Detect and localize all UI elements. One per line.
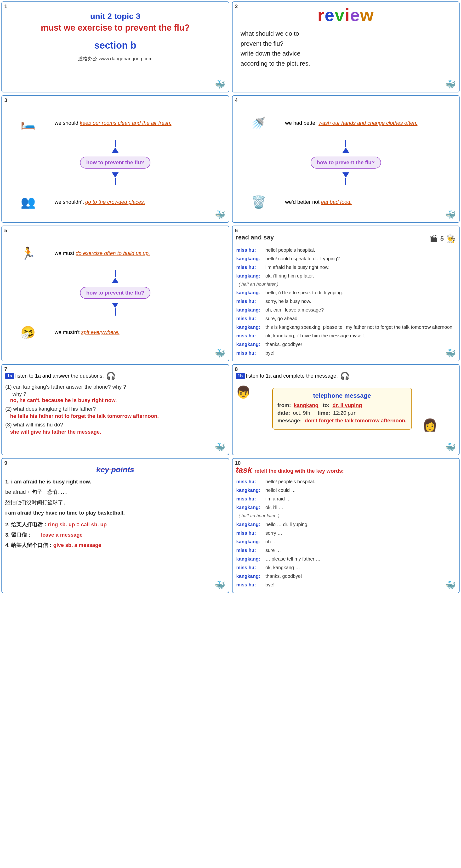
label-1b: 1b <box>236 373 245 379</box>
msg-date: date: oct. 9th time: 12:20 p.m <box>278 410 407 416</box>
cell3-center: how to prevent the flu? <box>80 157 150 168</box>
speaker-label: kangkang: <box>236 572 265 580</box>
speaker-label: kangkang: <box>236 323 265 331</box>
speaker-label: kangkang: <box>236 272 265 280</box>
whale-icon-5: 🐳 <box>215 348 225 359</box>
speaker-label: miss hu: <box>236 332 265 340</box>
dialog-line: oh … <box>266 537 456 546</box>
cell-8: 8 1b listen to 1a and complete the messa… <box>232 364 460 455</box>
kp1-detail1: be afraid + 句子 恐怕…… <box>5 488 225 496</box>
cell1-website: 道格办公-www.daogebangong.com <box>5 56 225 62</box>
dialog-line: sure, go ahead. <box>266 314 456 322</box>
q3-text: (3) what will miss hu do? <box>5 422 225 428</box>
whale-icon-8: 🐳 <box>445 442 456 452</box>
dialog-line: oh, can i leave a message? <box>266 306 456 314</box>
arrow-down-4 <box>342 172 349 185</box>
cell4-center: how to prevent the flu? <box>311 157 381 168</box>
speaker-label: kangkang: <box>236 288 265 297</box>
cell10-dialog: miss hu:hello! people's hospital.kangkan… <box>236 477 456 589</box>
whale-icon: 🐳 <box>215 80 225 90</box>
cell-1: 1 unit 2 topic 3 must we exercise to pre… <box>1 1 229 92</box>
kp2: 2. 给某人打电话：ring sb. up = call sb. up <box>5 520 225 529</box>
cell3-illus-top: 🛏️ <box>5 106 51 140</box>
speaker-label: miss hu: <box>236 297 265 305</box>
q2-text: (2) what does kangkang tell his father? <box>5 406 225 412</box>
cell-number-8: 8 <box>235 366 238 372</box>
cell-number-5: 5 <box>4 227 7 234</box>
whale-icon-10: 🐳 <box>445 580 456 590</box>
cell-10: 10 task retell the dialog with the key w… <box>232 458 460 593</box>
task-word: task <box>236 465 252 474</box>
dialog-line: sorry … <box>266 529 456 537</box>
dialog-line: i'm afraid … <box>266 495 456 503</box>
whale-icon-3: 🐳 <box>215 210 225 220</box>
speaker-label: kangkang: <box>236 520 265 528</box>
msg-title: telephone message <box>278 392 407 399</box>
cell6-dialog: miss hu:hello! people's hospital.kangkan… <box>236 245 456 358</box>
dialog-line: bye! <box>266 581 456 589</box>
dialog-line: thanks. goodbye! <box>266 340 456 348</box>
cell-4: 4 🚿 we had better wash our hands and cha… <box>232 95 460 223</box>
dialog-line: this is kangkang speaking. please tell m… <box>266 323 456 331</box>
dialog-line: thanks. goodbye! <box>266 572 456 580</box>
speaker-label: kangkang: <box>236 486 265 494</box>
whale-icon-4: 🐳 <box>445 210 456 220</box>
whale-icon-7: 🐳 <box>215 442 225 452</box>
dialog-note: ( half an hour later. ) <box>236 512 456 520</box>
speaker-label: miss hu: <box>236 477 265 486</box>
whale-icon-6: 🐳 <box>445 348 456 359</box>
speaker-label: miss hu: <box>236 246 265 254</box>
speaker-label: miss hu: <box>236 546 265 554</box>
person-icon-8: 👦 <box>236 385 251 432</box>
speaker-label: miss hu: <box>236 529 265 537</box>
dialog-line: ok, kangkang … <box>266 563 456 571</box>
cell-3: 3 🛏️ we should keep our rooms clean and … <box>1 95 229 223</box>
arrow-up-5 <box>112 270 119 283</box>
speaker-label: kangkang: <box>236 306 265 314</box>
cell5-center: how to prevent the flu? <box>80 287 150 299</box>
q1-text: (1) can kangkang's father answer the pho… <box>5 384 225 390</box>
speaker-label: miss hu: <box>236 581 265 589</box>
cell5-illus-bottom: 🤧 <box>5 316 51 349</box>
cell8-title: listen to 1a and complete the message. <box>246 373 338 379</box>
speaker-label: miss hu: <box>236 495 265 503</box>
dialog-line: hello, i'd like to speak to dr. li yupin… <box>266 288 456 297</box>
cell5-must-text: we must do exercise often to build us up… <box>55 250 225 256</box>
speaker-label: miss hu: <box>236 563 265 571</box>
headphone-icon-8: 🎧 <box>340 371 350 380</box>
cell-number-4: 4 <box>235 97 238 103</box>
cell-number-10: 10 <box>235 460 241 466</box>
cell-9: 9 key points 1. i am afraid he is busy r… <box>1 458 229 593</box>
cell1-section: section b <box>5 40 225 51</box>
cell5-mustnt-text: we mustn't spit everywhere. <box>55 329 225 336</box>
dialog-line: hello! people's hospital. <box>266 246 456 254</box>
speaker-label: miss hu: <box>236 349 265 357</box>
dialog-line: ok, i'll ring him up later. <box>266 272 456 280</box>
kp3: 3. 留口信： leave a message <box>5 531 225 539</box>
dialog-line: i'm afraid he is busy right now. <box>266 263 456 271</box>
speaker-label: miss hu: <box>236 314 265 322</box>
key-points-title: key points <box>5 465 225 474</box>
cell-number-7: 7 <box>4 366 7 372</box>
speaker-label: kangkang: <box>236 537 265 546</box>
cell4-betternot-text: we'd better not eat bad food. <box>285 199 456 205</box>
task-subtitle: retell the dialog with the key words: <box>254 468 344 474</box>
speaker-label: kangkang: <box>236 340 265 348</box>
cell6-title: read and say <box>236 234 274 241</box>
dialog-line: sorry, he is busy now. <box>266 297 456 305</box>
cell3-illus-bottom: 👥 <box>5 185 51 219</box>
a2-text: he tells his father not to forget the ta… <box>10 413 225 419</box>
cell-number-2: 2 <box>235 3 238 9</box>
cell-number-1: 1 <box>4 3 7 9</box>
kp1: 1. i am afraid he is busy right now. <box>5 477 225 486</box>
cell7-title: listen to 1a and answer the questions. <box>15 373 104 379</box>
cell4-illus-bottom: 🗑️ <box>236 185 281 219</box>
cell-7: 7 1a listen to 1a and answer the questio… <box>1 364 229 455</box>
cell-number-3: 3 <box>4 97 7 103</box>
cell1-title2: must we exercise to prevent the flu? <box>5 23 225 33</box>
arrow-down-3 <box>112 172 119 185</box>
arrow-up-4 <box>342 140 349 153</box>
headphone-icon-7: 🎧 <box>106 371 116 380</box>
dialog-line: bye! <box>266 349 456 357</box>
cell-2: 2 review what should we do to prevent th… <box>232 1 460 92</box>
